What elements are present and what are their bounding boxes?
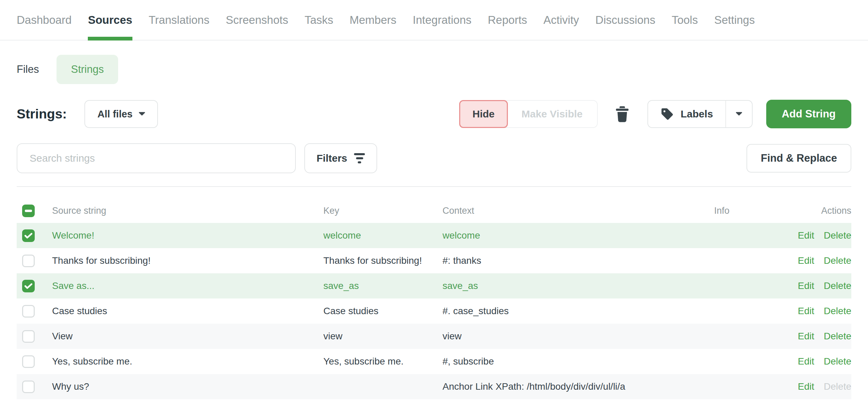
find-replace-button[interactable]: Find & Replace <box>746 144 851 173</box>
source-string-cell: Thanks for subscribing! <box>52 255 323 266</box>
table-body: Welcome! welcome welcome Edit Delete Tha… <box>17 223 851 399</box>
delete-link: Delete <box>824 381 851 392</box>
key-cell: Yes, subscribe me. <box>323 356 443 367</box>
nav-item-sources[interactable]: Sources <box>88 0 132 40</box>
labels-dropdown-toggle[interactable] <box>726 101 752 127</box>
key-cell: welcome <box>323 230 443 241</box>
header-source-string: Source string <box>52 206 323 216</box>
nav-item-label: Reports <box>488 14 527 27</box>
labels-button[interactable]: Labels <box>648 101 726 127</box>
delete-link[interactable]: Delete <box>824 306 851 317</box>
header-context: Context <box>443 206 633 216</box>
nav-item-label: Integrations <box>413 14 471 27</box>
nav-item-label: Members <box>350 14 397 27</box>
delete-link[interactable]: Delete <box>824 356 851 367</box>
nav-item-settings[interactable]: Settings <box>714 0 755 40</box>
source-string-cell: Yes, subscribe me. <box>52 356 323 367</box>
context-cell: #: thanks <box>443 255 633 266</box>
section-divider <box>17 186 851 187</box>
row-checkbox[interactable] <box>22 280 35 292</box>
top-navigation: Dashboard Sources Translations Screensho… <box>0 0 868 41</box>
row-checkbox[interactable] <box>22 255 35 267</box>
check-icon <box>25 232 32 239</box>
table-row: Why us? Anchor Link XPath: /html/body/di… <box>17 374 851 399</box>
key-cell: Case studies <box>323 306 443 317</box>
nav-item-activity[interactable]: Activity <box>544 0 579 40</box>
table-row: View view view Edit Delete <box>17 324 851 349</box>
tab-strings[interactable]: Strings <box>57 55 118 84</box>
toolbar-actions: Hide Make Visible Labels Add String <box>459 100 851 128</box>
search-row: Filters Find & Replace <box>0 143 868 173</box>
nav-item-label: Activity <box>544 14 579 27</box>
table-row: Case studies Case studies #. case_studie… <box>17 298 851 324</box>
header-actions: Actions <box>729 206 851 216</box>
row-checkbox[interactable] <box>22 305 35 318</box>
nav-item-tasks[interactable]: Tasks <box>305 0 333 40</box>
nav-item-discussions[interactable]: Discussions <box>595 0 655 40</box>
delete-link[interactable]: Delete <box>824 230 851 241</box>
delete-link[interactable]: Delete <box>824 280 851 291</box>
file-filter-value: All files <box>97 109 132 120</box>
file-filter-dropdown[interactable]: All files <box>84 100 158 128</box>
table-row: Thanks for subscribing! Thanks for subsc… <box>17 248 851 273</box>
row-checkbox[interactable] <box>22 330 35 343</box>
edit-link[interactable]: Edit <box>798 331 814 342</box>
strings-toolbar: Strings: All files Hide Make Visible Lab… <box>0 100 868 128</box>
nav-item-label: Translations <box>149 14 210 27</box>
delete-link[interactable]: Delete <box>824 255 851 266</box>
source-string-cell: Save as... <box>52 280 323 291</box>
context-cell: #, subscribe <box>443 356 633 367</box>
edit-link[interactable]: Edit <box>798 356 814 367</box>
edit-link[interactable]: Edit <box>798 306 814 317</box>
visibility-button-group: Hide Make Visible <box>459 100 598 128</box>
source-string-cell: Case studies <box>52 306 323 317</box>
nav-item-reports[interactable]: Reports <box>488 0 527 40</box>
nav-item-tools[interactable]: Tools <box>672 0 698 40</box>
context-cell: view <box>443 331 633 342</box>
indeterminate-mark <box>25 210 32 212</box>
nav-item-members[interactable]: Members <box>350 0 397 40</box>
sources-subtabs: Files Strings <box>0 55 868 84</box>
nav-item-label: Screenshots <box>226 14 288 27</box>
hide-button[interactable]: Hide <box>459 100 508 128</box>
check-icon <box>25 283 32 289</box>
header-info: Info <box>633 206 729 216</box>
context-cell: #. case_studies <box>443 306 633 317</box>
key-cell: view <box>323 331 443 342</box>
nav-item-translations[interactable]: Translations <box>149 0 210 40</box>
header-key: Key <box>323 206 443 216</box>
row-checkbox[interactable] <box>22 355 35 368</box>
edit-link[interactable]: Edit <box>798 280 814 291</box>
table-row: Welcome! welcome welcome Edit Delete <box>17 223 851 248</box>
page-title: Strings: <box>17 107 67 122</box>
filters-button-label: Filters <box>317 152 347 164</box>
nav-item-integrations[interactable]: Integrations <box>413 0 471 40</box>
search-input[interactable] <box>17 143 296 173</box>
nav-item-dashboard[interactable]: Dashboard <box>17 0 71 40</box>
make-visible-button[interactable]: Make Visible <box>507 101 597 127</box>
edit-link[interactable]: Edit <box>798 381 814 392</box>
row-checkbox[interactable] <box>22 229 35 242</box>
nav-item-label: Sources <box>88 14 132 27</box>
nav-item-screenshots[interactable]: Screenshots <box>226 0 288 40</box>
key-cell: save_as <box>323 280 443 291</box>
chevron-down-icon <box>139 112 145 116</box>
source-string-cell: Welcome! <box>52 230 323 241</box>
delete-selected-button[interactable] <box>611 100 633 128</box>
nav-item-label: Dashboard <box>17 14 71 27</box>
filter-icon <box>354 153 365 163</box>
add-string-button[interactable]: Add String <box>766 100 851 128</box>
tab-files[interactable]: Files <box>17 63 39 76</box>
delete-link[interactable]: Delete <box>824 331 851 342</box>
select-all-checkbox[interactable] <box>22 205 35 217</box>
context-cell: welcome <box>443 230 633 241</box>
table-header-row: Source string Key Context Info Actions <box>17 198 851 223</box>
edit-link[interactable]: Edit <box>798 230 814 241</box>
context-cell: save_as <box>443 280 633 291</box>
edit-link[interactable]: Edit <box>798 255 814 266</box>
row-checkbox[interactable] <box>22 381 35 393</box>
nav-item-label: Tasks <box>305 14 333 27</box>
nav-item-label: Discussions <box>595 14 655 27</box>
filters-button[interactable]: Filters <box>304 143 377 173</box>
context-cell: Anchor Link XPath: /html/body/div/div/ul… <box>443 381 633 392</box>
